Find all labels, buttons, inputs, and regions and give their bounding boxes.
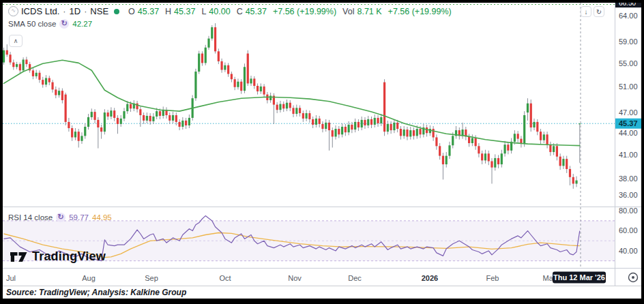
rsi-legend: RSI 14 close ↻ 59.77 44.95 — [8, 213, 112, 222]
candle-body — [439, 146, 441, 155]
candle-body — [240, 82, 242, 91]
candles-series — [3, 23, 581, 189]
candle-body — [282, 104, 284, 109]
candle-body — [220, 61, 222, 70]
candle-body — [409, 130, 411, 136]
exchange-label[interactable]: NSE — [90, 6, 108, 16]
candle-body — [527, 104, 529, 112]
open-value: 45.37 — [138, 7, 159, 16]
candle-body — [334, 129, 336, 136]
candle-body — [503, 145, 506, 153]
price-tick-label: 36.00 — [619, 191, 638, 199]
candle-body — [553, 146, 555, 152]
close-label: C — [237, 7, 243, 16]
sma-legend: SMA 50 close ↻ 42.27 — [8, 19, 92, 29]
volume-change-value: +7.56 (+19.99%) — [388, 7, 452, 16]
candle-body — [308, 113, 310, 119]
instrument-logo-icon: ∿ — [8, 6, 18, 16]
candle-body — [488, 153, 490, 161]
timeframe-label[interactable]: 1D — [70, 6, 81, 16]
candle-body — [6, 50, 8, 55]
candle-body — [123, 111, 125, 119]
candle-body — [517, 134, 519, 138]
candle-body — [325, 123, 327, 129]
candle-body — [289, 103, 291, 108]
candle-body — [130, 104, 132, 109]
crosshair-time-badge: Thu 12 Mar '26 — [553, 272, 606, 284]
rsi-tick-label: 40.00 — [619, 247, 638, 255]
candle-body — [484, 153, 486, 160]
candle-body — [207, 39, 209, 48]
candle-body — [185, 121, 187, 125]
candle-body — [523, 115, 525, 144]
candle-body — [257, 86, 259, 91]
candle-body — [435, 138, 437, 147]
symbol-title[interactable]: ICDS Ltd. — [21, 6, 59, 16]
candle-body — [3, 50, 5, 63]
candle-body — [566, 159, 568, 169]
candle-body — [175, 115, 177, 122]
candle-body — [575, 181, 577, 184]
change-value: +7.56 (+19.99%) — [273, 7, 336, 16]
candle-body — [507, 145, 509, 151]
rsi-loading-icon: ↻ — [56, 213, 65, 222]
candle-body — [159, 111, 161, 116]
candle-body — [468, 136, 470, 143]
price-tick-label: 55.00 — [619, 59, 638, 67]
candle-body — [269, 95, 272, 100]
axis-settings-icon[interactable] — [629, 273, 638, 282]
crosshair-price-badge-label: 66.50 — [619, 3, 636, 7]
candle-body — [332, 130, 334, 136]
symbol-legend: ∿ ICDS Ltd. · 1D · NSE O 45.37 H 45.37 L… — [8, 6, 452, 16]
legend-separator: · — [84, 7, 87, 16]
candle-body — [110, 110, 112, 117]
rsi-ma-value: 44.95 — [92, 213, 112, 222]
candle-body — [188, 118, 190, 125]
candle-body — [107, 112, 109, 117]
candle-body — [348, 125, 350, 132]
candle-body — [32, 70, 34, 76]
rsi-tick-label: 80.00 — [619, 207, 638, 215]
volume-label: Vol — [342, 7, 354, 16]
candle-body — [126, 104, 128, 112]
candle-body — [58, 91, 60, 95]
candle-body — [572, 177, 574, 184]
candle-body — [23, 59, 25, 70]
candle-body — [497, 158, 499, 164]
collapse-pane-button[interactable]: ∧ — [9, 35, 23, 47]
time-tick-label: Nov — [288, 274, 302, 282]
candle-body — [491, 162, 493, 168]
scroll-down-button[interactable]: ↓ — [581, 6, 591, 17]
candle-body — [19, 64, 21, 70]
rsi-label[interactable]: RSI 14 close — [8, 213, 53, 222]
reset-view-button[interactable]: ↻ — [594, 6, 604, 17]
candle-body — [113, 110, 115, 118]
candle-body — [260, 87, 262, 91]
candle-body — [556, 146, 558, 156]
candle-body — [234, 79, 236, 87]
time-tick-label: Feb — [486, 274, 499, 282]
chart-frame: TradingView 64.0059.0055.0051.0047.0044.… — [0, 0, 644, 304]
candle-body — [211, 27, 213, 39]
candle-body — [74, 132, 76, 137]
sma-line — [4, 60, 580, 145]
candle-body — [400, 129, 402, 136]
candle-body — [237, 82, 239, 87]
candle-body — [194, 72, 196, 98]
candle-body — [162, 110, 164, 116]
candle-body — [579, 123, 581, 124]
sma-label[interactable]: SMA 50 close — [8, 20, 56, 28]
candle-body — [351, 125, 353, 130]
candle-body — [61, 91, 63, 100]
candle-body — [250, 78, 252, 83]
candle-body — [393, 123, 395, 130]
candle-body — [452, 136, 454, 145]
candle-body — [198, 54, 200, 72]
tradingview-watermark: TradingView — [10, 249, 106, 264]
candle-body — [357, 122, 360, 127]
candle-body — [146, 116, 148, 121]
candle-body — [48, 78, 50, 82]
candle-body — [374, 118, 376, 125]
candle-body — [387, 124, 389, 132]
candle-body — [93, 112, 96, 120]
